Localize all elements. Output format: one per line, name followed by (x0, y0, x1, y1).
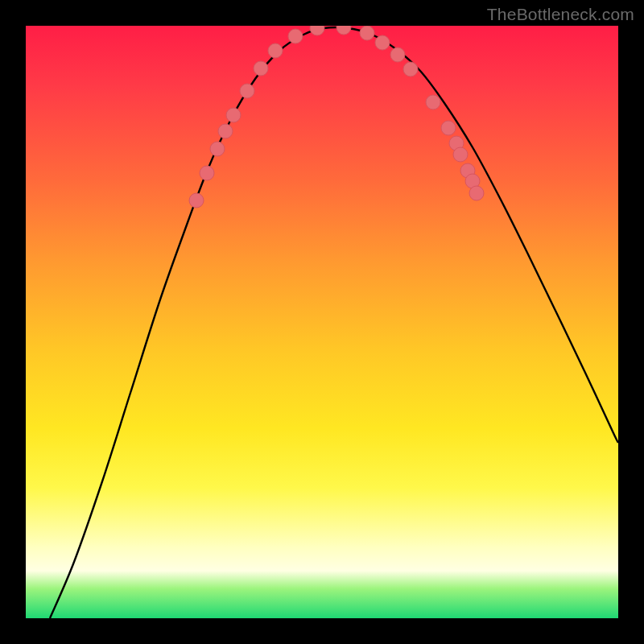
watermark-label: TheBottleneck.com (487, 5, 634, 24)
data-point-marker (268, 43, 283, 58)
data-point-marker (240, 84, 254, 98)
data-point-marker (200, 166, 214, 180)
data-point-marker (288, 29, 303, 43)
bottleneck-curve (50, 27, 618, 618)
data-point-marker (336, 26, 351, 35)
data-point-marker (210, 142, 225, 156)
data-point-marker (390, 47, 405, 62)
chart-plot-area (26, 26, 618, 618)
data-point-marker (441, 121, 456, 135)
data-point-marker (254, 61, 268, 76)
data-point-marker (375, 35, 390, 50)
data-point-marker (189, 193, 204, 208)
chart-frame: TheBottleneck.com (0, 0, 644, 644)
chart-svg (26, 26, 618, 618)
data-point-marker (360, 26, 374, 40)
data-point-marker (403, 62, 418, 76)
data-point-marker (218, 124, 233, 138)
data-point-marker (453, 147, 468, 162)
data-point-marker (310, 26, 324, 35)
data-point-marker (469, 186, 484, 200)
data-point-marker (226, 108, 241, 122)
data-point-marker (426, 95, 440, 109)
